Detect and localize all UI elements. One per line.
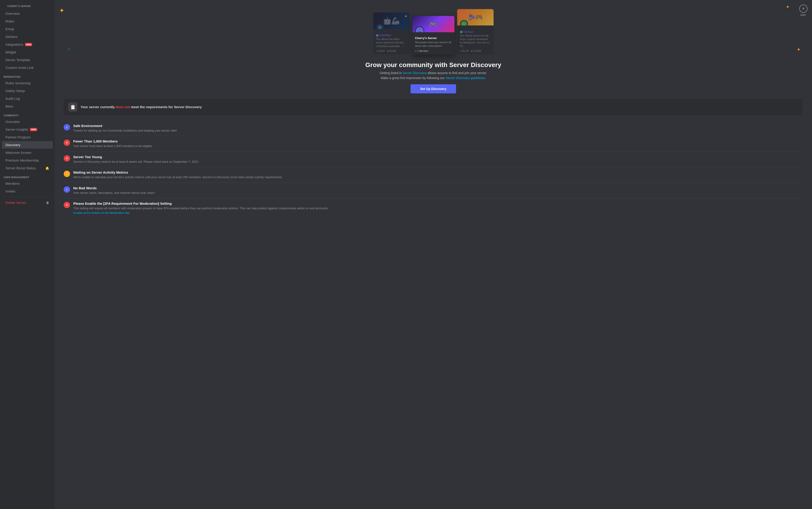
sidebar-section-moderation: MODERATION Rules Screening Safety Setup … (0, 72, 55, 110)
discovery-subtext: Getting listed in Server Discovery allow… (64, 70, 803, 81)
check-desc-safe-env: Thanks for abiding by our Community Guid… (73, 128, 177, 133)
check-title-safe-env: Safe Environment (73, 124, 177, 128)
card-desc-fg: The Official server for Fall Guys, a gam… (460, 34, 491, 48)
card-name-cherry: Cherry's Server (415, 36, 452, 40)
check-icon-fail-members: ✕ (64, 139, 70, 146)
check-item-member-count: ✕ Fewer Than 1,000 Members Your server m… (64, 136, 803, 152)
sidebar-item-discovery[interactable]: Discovery (2, 141, 53, 148)
sidebar-item-safety-setup[interactable]: Safety Setup (2, 87, 53, 95)
check-item-no-bad-words: ✓ No Bad Words Your server name, descrip… (64, 183, 803, 199)
check-content-age: Server Too Young Servers in Discovery ne… (73, 155, 199, 164)
check-desc-age: Servers in Discovery need to be at least… (73, 160, 199, 164)
boost-status-icon: 🔔 (45, 166, 49, 170)
server-card-starwars[interactable]: 🤖🦾 ★ 🔵 ✓ /r/StarWars The official Star W… (373, 12, 410, 55)
requirements-box: 📋 Your server currently does not meet th… (64, 99, 803, 115)
setup-discovery-button[interactable]: Set Up Discovery (411, 84, 456, 93)
discovery-main-title: Grow your community with Server Discover… (64, 61, 803, 69)
sidebar-item-bans[interactable]: Bans (2, 102, 53, 110)
sidebar-item-stickers[interactable]: Stickers (2, 33, 53, 40)
check-icon-pass-safe-env: ✓ (64, 124, 70, 130)
sparkle-topleft-icon: ✦ (59, 7, 64, 14)
sparkle-topright-icon: ★ (786, 5, 789, 9)
requirements-icon: 📋 (68, 102, 77, 111)
sidebar-item-overview[interactable]: Overview (2, 10, 53, 17)
card-desc-sw: The official Star Wars server partnered … (376, 37, 407, 48)
sidebar-item-community-overview[interactable]: Overview (2, 118, 53, 126)
server-discovery-link[interactable]: Server Discovery (403, 71, 427, 75)
discovery-preview: ✦ ★ ⁘ ✦ · · · 🤖🦾 ★ 🔵 ✓ /r/StarWars The o… (55, 0, 812, 57)
esc-label: ESC (801, 13, 806, 16)
discovery-heading: Grow your community with Server Discover… (55, 57, 812, 84)
server-card-cherry[interactable]: 🎮 🍒 Cherry's Server Tell people what you… (412, 16, 455, 55)
stat-online-sw: 19,812 (376, 50, 385, 52)
check-desc-metrics: We're unable to calculate your server's … (73, 175, 283, 179)
check-icon-pass-bad-words: ✓ (64, 186, 70, 193)
requirements-text: Your server currently does not meet the … (81, 105, 202, 109)
sidebar-item-server-template[interactable]: Server Template (2, 56, 53, 64)
sidebar-item-audit-log[interactable]: Audit Log (2, 95, 53, 102)
stat-members-sw: 69,520 (387, 50, 396, 52)
partner-dot-fg: ✓ (460, 31, 463, 33)
check-desc-members: Your server must have at least 1,000 mem… (73, 144, 153, 148)
moderation-tab-link[interactable]: Enable at the bottom of the Moderation t… (73, 211, 130, 214)
user-management-label: USER MANAGEMENT (0, 172, 55, 179)
esc-button[interactable]: ✕ ESC (799, 5, 807, 16)
sidebar-item-premium-membership[interactable]: Premium Membership (2, 157, 53, 164)
verified-badge-fg: ✓ Fall Guys (460, 31, 473, 33)
card-avatar-sw: 🔵 (376, 24, 384, 29)
sidebar-item-server-boost-status[interactable]: Server Boost Status 🔔 (2, 164, 53, 172)
check-content-safe-env: Safe Environment Thanks for abiding by o… (73, 124, 177, 133)
check-item-activity-metrics: ! Waiting on Server Activity Metrics We'… (64, 167, 803, 183)
sidebar-section-user-management: USER MANAGEMENT Members Invites (0, 172, 55, 195)
checklist: ✓ Safe Environment Thanks for abiding by… (64, 121, 803, 218)
sidebar-item-roles[interactable]: Roles (2, 18, 53, 25)
check-item-safe-environment: ✓ Safe Environment Thanks for abiding by… (64, 121, 803, 136)
sidebar-section-general: Overview Roles Emoji Stickers Integratio… (0, 10, 55, 71)
check-title-metrics: Waiting on Server Activity Metrics (73, 170, 283, 174)
does-not-text: does not (116, 105, 130, 109)
stat-members-fg: 273,660 (471, 50, 481, 52)
card-body-fg: ✓ Fall Guys The Official server for Fall… (457, 26, 494, 55)
sidebar: CHERRY'S SERVER Overview Roles Emoji Sti… (0, 0, 55, 509)
check-item-server-age: ✕ Server Too Young Servers in Discovery … (64, 152, 803, 167)
server-name-label: CHERRY'S SERVER (4, 1, 35, 8)
sidebar-item-rules-screening[interactable]: Rules Screening (2, 79, 53, 87)
main-content: ✕ ESC ✦ ★ ⁘ ✦ · · · 🤖🦾 ★ 🔵 ✓ /r/StarWars (55, 0, 812, 509)
card-member-count-cherry: ● 1 Member (415, 49, 452, 52)
star-decoration-sw: ★ (404, 14, 407, 18)
community-label: COMMUNITY (0, 110, 55, 118)
card-stats-fg: 50,278 273,660 (460, 50, 491, 52)
partner-dot-sw: ✓ (376, 34, 379, 37)
sparkle-bottomright-icon: ✦ (797, 47, 801, 52)
sidebar-item-custom-invite-link[interactable]: Custom Invite Link (2, 64, 53, 71)
check-title-age: Server Too Young (73, 155, 199, 159)
sidebar-item-server-insights[interactable]: Server Insights NEW (2, 126, 53, 133)
sidebar-item-emoji[interactable]: Emoji (2, 25, 53, 33)
sidebar-item-welcome-screen[interactable]: Welcome Screen (2, 149, 53, 156)
check-title-bad-words: No Bad Words (73, 186, 155, 190)
card-body-sw: ✓ /r/StarWars The official Star Wars ser… (373, 29, 410, 55)
card-container: 🤖🦾 ★ 🔵 ✓ /r/StarWars The official Star W… (373, 7, 494, 57)
sidebar-item-invites[interactable]: Invites (2, 188, 53, 195)
card-banner-cherry: 🎮 🍒 (412, 16, 455, 32)
sidebar-section-community: COMMUNITY Overview Server Insights NEW P… (0, 110, 55, 172)
sidebar-item-partner-program[interactable]: Partner Program (2, 133, 53, 141)
sparkle-bottomleft-icon: ⁘ (67, 46, 71, 52)
moderation-label: MODERATION (0, 72, 55, 79)
sidebar-item-delete-server[interactable]: Delete Server 🗑 (2, 199, 53, 206)
server-discovery-guidelines-link[interactable]: Server Discovery guidelines (445, 76, 485, 80)
stat-online-fg: 50,278 (460, 50, 469, 52)
card-banner-fg: 🫐🎮 🟢 (457, 9, 494, 26)
check-icon-warn-metrics: ! (64, 171, 70, 177)
server-card-fallguys[interactable]: 🫐🎮 🟢 ✓ Fall Guys The Official server for… (457, 9, 494, 55)
sidebar-item-widget[interactable]: Widget (2, 48, 53, 56)
delete-server-icon: 🗑 (46, 201, 49, 205)
sidebar-item-members[interactable]: Members (2, 180, 53, 187)
sidebar-item-integrations[interactable]: Integrations NEW (2, 41, 53, 48)
check-desc-bad-words: Your server name, description, and chann… (73, 191, 155, 195)
check-content-metrics: Waiting on Server Activity Metrics We're… (73, 170, 283, 179)
check-title-members: Fewer Than 1,000 Members (73, 139, 153, 143)
esc-circle: ✕ (799, 5, 807, 13)
check-icon-fail-age: ✕ (64, 155, 70, 162)
card-stats-sw: 19,812 69,520 (376, 50, 407, 52)
